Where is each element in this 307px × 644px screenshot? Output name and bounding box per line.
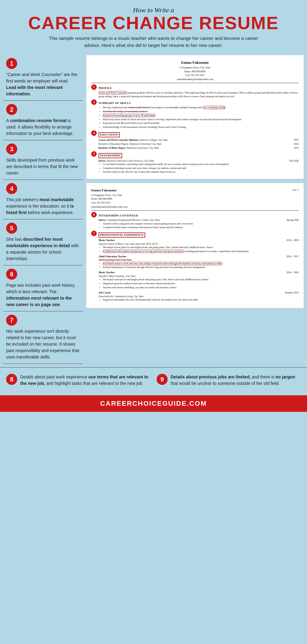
tip-1-text: "Career and Work Counselor" are the firs… <box>6 71 80 97</box>
footer-text: CAREERCHOICEGUIDE.COM <box>4 400 303 408</box>
job-4-title: Job Coach <box>99 291 111 295</box>
job-bullet: Facilitated return to work and entry int… <box>103 262 299 266</box>
job-3-employer: Anywhere Music Academy, City, State <box>99 274 299 278</box>
skill-item: Experienced with Microsoft Word, Excel a… <box>103 121 299 125</box>
profile-title: PROFILE <box>99 86 299 90</box>
job-bullet: Organized quarterly student recitals and… <box>103 282 299 286</box>
tips-column: 1 "Career and Work Counselor" are the fi… <box>3 55 83 364</box>
profile-highlight-career: Career and Work Counselor <box>99 91 127 94</box>
intern-1-header: Intern, Anytown University Career Servic… <box>99 159 299 163</box>
tip-2: 2 A combination resume format is used. I… <box>3 101 83 140</box>
badge-6: 6 <box>91 212 97 217</box>
badge-4: 4 <box>91 130 97 136</box>
job-3-bullets: Developed curricula for and taught priva… <box>99 278 299 289</box>
header-title: CAREER CHANGE RESUME <box>6 14 301 32</box>
tip-5-text: She has described her most marketable ex… <box>6 236 80 262</box>
job-2-header: Adult Education Teacher 2016 – 2017 <box>99 255 299 259</box>
tip-8-number: 8 <box>6 374 17 385</box>
job-4-dates: Summer 2013 <box>285 291 299 295</box>
resume-divider-2 <box>91 210 299 211</box>
tip-9-text: Details about previous jobs are limited,… <box>171 374 301 387</box>
tip-3-text: Skills developed from previous work are … <box>6 157 80 176</box>
tip-2-number: 2 <box>6 104 17 115</box>
job-3-title: Music Teacher <box>99 271 115 274</box>
footer-section: CAREERCHOICEGUIDE.COM <box>0 395 307 412</box>
tip-7-text: Her work experience isn't directly relat… <box>6 328 80 360</box>
job-1-bullets: Developed lesson plans for and taught pr… <box>99 246 299 254</box>
tip-1-number: 1 <box>6 58 17 69</box>
education-title: EDUCATION <box>99 132 120 137</box>
job-3: Music Teacher 2014 – 2016 Anywhere Music… <box>99 271 299 289</box>
skill-item: Solid knowledge of self-assessment softw… <box>103 125 299 129</box>
tip-8: 8 Details about past work experience use… <box>3 371 154 390</box>
tip-2-text: A combination resume format is used. It … <box>6 117 80 137</box>
tip-4-number: 4 <box>6 183 17 194</box>
resume-home-1: Home: 000 000-0000 <box>91 70 299 74</box>
tip-4: 4 This job seeker's most marketable expe… <box>3 180 83 220</box>
skill-item: Excellent knowledge of community resourc… <box>103 110 299 114</box>
job-3-dates: 2014 – 2016 <box>286 271 299 274</box>
tip-1: 1 "Career and Work Counselor" are the fi… <box>3 55 83 101</box>
job-1-title: Music Teacher <box>99 239 115 242</box>
tip-6-text: Page two includes past work history, whi… <box>6 282 80 308</box>
job-bullet: Assisted with lesson scheduling, account… <box>103 286 299 290</box>
tip-4-text: This job seeker's most marketable experi… <box>6 197 80 216</box>
profile-text: Career and Work Counselor program gradua… <box>99 91 299 98</box>
job-2: Adult Education Teacher 2016 – 2017 Adul… <box>99 255 299 270</box>
resume-page-1: Emma Fakename 12 Imaginary Street, City,… <box>86 55 304 179</box>
job-1-header: Music Teacher 2016 – 2019 <box>99 239 299 242</box>
intern-bullet-2a: Assisted clients using print and compute… <box>103 222 299 226</box>
resume-contact-1: 12 Imaginary Street, City, State Home: 0… <box>91 66 299 82</box>
tip-9-row: 9 Details about previous jobs are limite… <box>157 374 301 387</box>
tip-8-row: 8 Details about past work experience use… <box>6 374 150 387</box>
page2-label: page 2 <box>292 188 299 191</box>
job-bullet: Ensured maintenance of timelines through… <box>103 266 299 270</box>
badge-5: 5 <box>91 151 97 157</box>
job-1-dates: 2016 – 2019 <box>286 239 299 242</box>
badge-1: 1 <box>91 84 97 90</box>
edu-entry-2: Bachelor of Education Degree, Faketown U… <box>99 142 299 146</box>
intern-bullet: Assisted clients in the effective use of… <box>103 170 299 174</box>
tip-3: 3 Skills developed from previous work ar… <box>3 140 83 180</box>
tip-5: 5 She has described her most marketable … <box>3 220 83 266</box>
intern-2-bullets: Assisted clients using print and compute… <box>99 222 299 230</box>
resume-home-2: Home: 000 000-0000 <box>91 197 127 201</box>
job-bullet: Developed curricula for and taught priva… <box>103 278 299 282</box>
job-1-employer: Anytown School of Music, City, State (pa… <box>99 242 299 246</box>
resume-cell-2: Cell: 555 555-5555 <box>91 201 127 205</box>
job-4-header: Job Coach Summer 2013 <box>99 291 299 295</box>
resume-email-1: emmafakename@emailprovider.com <box>91 78 299 82</box>
job-4-employer: Association for Community Living, City, … <box>99 295 299 298</box>
tip-3-number: 3 <box>6 144 17 155</box>
resume-address-2: 12 Imaginary Street, City, State <box>91 194 127 197</box>
page2-name-block: Emma Fakename 12 Imaginary Street, City,… <box>91 188 127 209</box>
job-2-employer: Adult Learning Center, City, State <box>99 258 299 262</box>
job-4: Job Coach Summer 2013 Association for Co… <box>99 291 299 302</box>
badge-2: 2 <box>91 99 97 105</box>
resume-name-1: Emma Fakename <box>91 60 299 65</box>
resume-page-2: Emma Fakename 12 Imaginary Street, City,… <box>86 183 304 308</box>
badge-7: 7 <box>91 231 97 236</box>
intern-bullet: Completed individual resume and cover le… <box>103 167 299 171</box>
edu-entry-1: Career and Work Counselor Diploma, Anyto… <box>99 138 299 142</box>
internships-cont-title: INTERNSHIPS CONTINUED <box>99 214 299 218</box>
internships-title: INTERNSHIPS <box>99 153 122 158</box>
job-bullet: Developed lesson plans for and taught pr… <box>103 246 299 250</box>
intern-1-bullets: Co-facilitated seminars concerning caree… <box>99 163 299 174</box>
job-4-bullets: Supported individuals who were developme… <box>99 298 299 302</box>
resume-address-1: 12 Imaginary Street, City, State <box>91 66 299 70</box>
bottom-tips-section: 8 Details about past work experience use… <box>0 367 307 390</box>
job-2-dates: 2016 – 2017 <box>286 255 299 259</box>
tip-9: 9 Details about previous jobs are limite… <box>154 371 304 390</box>
skill-item: Effectively assess needs of clients and … <box>103 118 299 122</box>
tip-6: 6 Page two includes past work history, w… <box>3 266 83 312</box>
header-description: This sample resume belongs to a music te… <box>46 35 261 49</box>
tip-6-number: 6 <box>6 269 17 280</box>
tip-8-text: Details about past work experience use t… <box>20 374 150 387</box>
resume-name-2: Emma Fakename <box>91 188 127 193</box>
skills-title: SUMMARY OF SKILLS <box>99 101 299 105</box>
skill-item: Develop, implement and evaluate multi-fa… <box>103 106 299 110</box>
tip-7: 7 Her work experience isn't directly rel… <box>3 312 83 364</box>
job-2-title: Adult Education Teacher <box>99 255 126 259</box>
header-section: How to Write a CAREER CHANGE RESUME This… <box>0 0 307 52</box>
